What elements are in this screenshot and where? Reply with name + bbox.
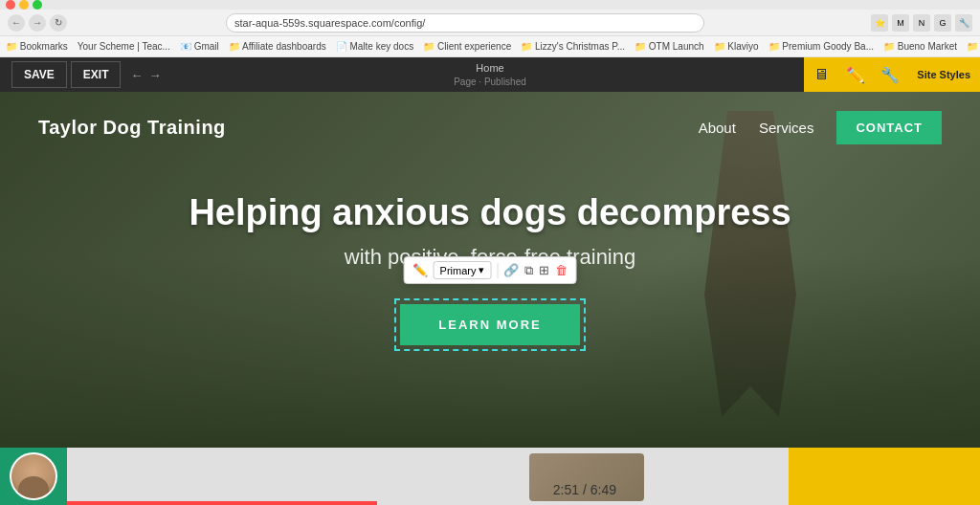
video-avatar-area: [0, 448, 67, 505]
editor-toolbar: SAVE EXIT ← → Home Page · Published 🖥 ✏️…: [0, 57, 980, 92]
site-logo: Taylor Dog Training: [38, 117, 226, 139]
bookmark-bookmarks[interactable]: 📁 Bookmarks: [6, 41, 68, 52]
float-copy-icon[interactable]: ⧉: [524, 263, 533, 278]
nav-services[interactable]: Services: [759, 120, 814, 136]
bookmark-klaviyo[interactable]: 📁 Klaviyo: [714, 41, 759, 52]
float-settings-icon[interactable]: ⊞: [539, 263, 549, 277]
website-preview: Taylor Dog Training About Services CONTA…: [0, 92, 980, 505]
bookmark-premium[interactable]: 📁 Premium Goody Ba...: [768, 41, 874, 52]
extension-icon-1[interactable]: ⭐: [871, 14, 888, 32]
forward-button[interactable]: →: [29, 14, 46, 32]
bookmark-otm[interactable]: 📁 OTM Launch: [635, 41, 704, 52]
editor-right-tools: 🖥 ✏️ 🔧 Site Styles: [804, 57, 980, 92]
float-link-icon[interactable]: 🔗: [503, 263, 519, 277]
browser-top-bar: [0, 0, 980, 10]
bookmark-business[interactable]: 📁 Business courses: [967, 41, 980, 52]
bookmarks-bar: 📁 Bookmarks Your Scheme | Teac... 📧 Gmai…: [0, 36, 980, 57]
nav-about[interactable]: About: [699, 120, 736, 136]
float-trash-icon[interactable]: 🗑: [555, 263, 568, 277]
page-status: Page · Published: [454, 76, 526, 88]
bookmark-bueno[interactable]: 📁 Bueno Market: [883, 41, 957, 52]
extension-icon-4[interactable]: G: [934, 14, 951, 32]
bookmark-malte[interactable]: 📄 Malte key docs: [336, 41, 413, 52]
bookmark-gmail[interactable]: 📧 Gmail: [180, 41, 219, 52]
extension-icon-5[interactable]: 🔧: [955, 14, 972, 32]
bookmark-affiliate[interactable]: 📁 Affiliate dashboards: [229, 41, 326, 52]
bookmark-lizzy[interactable]: 📁 Lizzy's Christmas P...: [521, 41, 625, 52]
hero-content: Helping anxious dogs decompress with pos…: [0, 164, 980, 351]
back-button[interactable]: ←: [8, 14, 25, 32]
page-info: Home Page · Published: [454, 61, 526, 87]
cta-button-wrapper: LEARN MORE: [394, 298, 585, 351]
address-bar[interactable]: star-aqua-559s.squarespace.com/config/: [226, 13, 704, 33]
float-dropdown-label: Primary: [440, 265, 477, 276]
nav-links: About Services CONTACT: [699, 111, 942, 144]
page-name: Home: [454, 61, 526, 75]
url-text: star-aqua-559s.squarespace.com/config/: [234, 17, 425, 29]
preview-icon[interactable]: 🖥: [804, 57, 838, 92]
video-bar: 2:51 / 6:49: [0, 448, 980, 505]
learn-more-button[interactable]: LEARN MORE: [400, 304, 579, 345]
float-toolbar: ✏️ Primary ▾ 🔗 ⧉ ⊞ 🗑: [404, 256, 577, 284]
video-progress-bar[interactable]: [67, 501, 377, 505]
video-progress-area[interactable]: 2:51 / 6:49: [67, 448, 789, 505]
video-timestamp: 2:51 / 6:49: [553, 482, 616, 497]
save-button[interactable]: SAVE: [11, 61, 67, 88]
chevron-down-icon: ▾: [479, 264, 484, 276]
extension-icon-2[interactable]: M: [892, 14, 909, 32]
wrench-icon[interactable]: 🔧: [873, 57, 907, 92]
bookmark-client[interactable]: 📁 Client experience: [423, 41, 511, 52]
nav-contact-button[interactable]: CONTACT: [836, 111, 942, 144]
hero-heading: Helping anxious dogs decompress: [0, 192, 980, 233]
avatar: [10, 452, 57, 500]
close-window-btn[interactable]: [6, 0, 15, 10]
float-edit-icon[interactable]: ✏️: [412, 263, 428, 277]
bookmark-scheme[interactable]: Your Scheme | Teac...: [78, 41, 170, 52]
time-separator: /: [583, 482, 590, 497]
site-styles-button[interactable]: Site Styles: [907, 57, 980, 92]
edit-icon[interactable]: ✏️: [838, 57, 873, 92]
redo-button[interactable]: →: [148, 68, 161, 82]
float-dropdown[interactable]: Primary ▾: [434, 261, 492, 279]
maximize-window-btn[interactable]: [33, 0, 42, 10]
extension-icon-3[interactable]: N: [913, 14, 930, 32]
video-yellow-block: [789, 448, 980, 505]
minimize-window-btn[interactable]: [19, 0, 29, 10]
site-nav: Taylor Dog Training About Services CONTA…: [0, 92, 980, 164]
undo-button[interactable]: ←: [130, 68, 143, 82]
browser-toolbar: ← → ↻ star-aqua-559s.squarespace.com/con…: [0, 10, 980, 36]
toolbar-divider: [497, 263, 498, 278]
refresh-button[interactable]: ↻: [50, 14, 67, 32]
exit-button[interactable]: EXIT: [71, 61, 122, 88]
cta-container: ✏️ Primary ▾ 🔗 ⧉ ⊞ 🗑 LEARN MORE: [394, 298, 585, 351]
